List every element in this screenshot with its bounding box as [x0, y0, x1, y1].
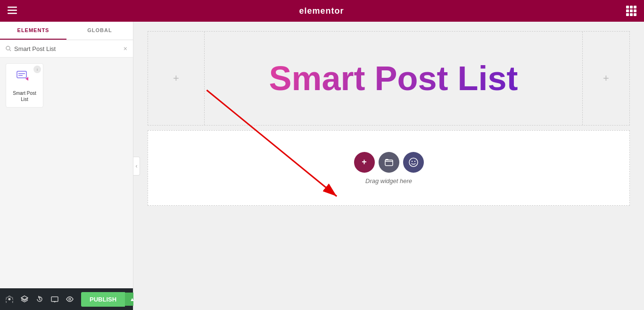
apps-icon[interactable]: [626, 6, 636, 16]
svg-line-4: [10, 50, 11, 51]
search-bar: ×: [0, 40, 133, 58]
layers-icon[interactable]: [21, 295, 28, 303]
svg-point-17: [414, 160, 415, 161]
add-template-button[interactable]: [379, 152, 399, 173]
sidebar-collapse-handle[interactable]: ‹: [133, 157, 140, 176]
svg-point-15: [409, 158, 418, 167]
app-header: elementor: [0, 0, 644, 22]
svg-rect-1: [8, 9, 17, 11]
smart-post-list-widget[interactable]: i Smart Post List: [6, 63, 43, 108]
drop-zone-buttons: +: [354, 152, 424, 173]
publish-button[interactable]: PUBLISH: [81, 292, 125, 307]
svg-point-16: [411, 160, 412, 161]
smart-post-list-heading: Smart Post List: [269, 61, 518, 95]
chevron-left-icon: ‹: [136, 163, 138, 169]
hamburger-icon[interactable]: [8, 6, 17, 17]
svg-rect-10: [51, 297, 58, 302]
pro-badge: i: [33, 66, 41, 73]
canvas-inner: + Smart Post List + +: [133, 22, 644, 310]
widget-label: Smart Post List: [9, 90, 40, 102]
settings-icon[interactable]: [6, 295, 13, 303]
search-icon: [6, 46, 11, 51]
sidebar: ELEMENTS GLOBAL × i: [0, 22, 133, 310]
svg-rect-14: [385, 160, 393, 166]
top-section: + Smart Post List +: [148, 31, 630, 126]
sidebar-tabs: ELEMENTS GLOBAL: [0, 22, 133, 40]
svg-rect-7: [17, 71, 26, 78]
drop-zone-section: +: [148, 130, 630, 206]
search-input[interactable]: [14, 45, 121, 52]
add-column-left-button[interactable]: +: [148, 32, 205, 125]
svg-rect-0: [8, 7, 17, 8]
widgets-panel: i Smart Post List: [0, 58, 133, 288]
responsive-icon[interactable]: [51, 295, 58, 303]
drag-hint-label: Drag widget here: [365, 177, 412, 184]
search-clear-icon[interactable]: ×: [124, 45, 127, 52]
add-section-button[interactable]: [403, 152, 424, 173]
tab-elements[interactable]: ELEMENTS: [0, 22, 66, 40]
add-column-right-button[interactable]: +: [582, 32, 629, 125]
history-icon[interactable]: [36, 295, 43, 303]
bottom-toolbar: PUBLISH ▲: [0, 288, 133, 310]
add-widget-button[interactable]: +: [354, 152, 375, 173]
svg-point-13: [69, 298, 71, 300]
widget-icon: [15, 68, 34, 87]
preview-icon[interactable]: [66, 295, 74, 303]
svg-point-3: [6, 46, 10, 50]
canvas-area: ‹ + Smart Post List + +: [133, 22, 644, 310]
svg-rect-2: [8, 13, 17, 14]
publish-container: PUBLISH ▲: [81, 292, 140, 307]
main-container: ELEMENTS GLOBAL × i: [0, 22, 644, 310]
tab-global[interactable]: GLOBAL: [66, 22, 133, 40]
app-title: elementor: [299, 6, 344, 16]
main-content-col: Smart Post List: [205, 32, 582, 125]
